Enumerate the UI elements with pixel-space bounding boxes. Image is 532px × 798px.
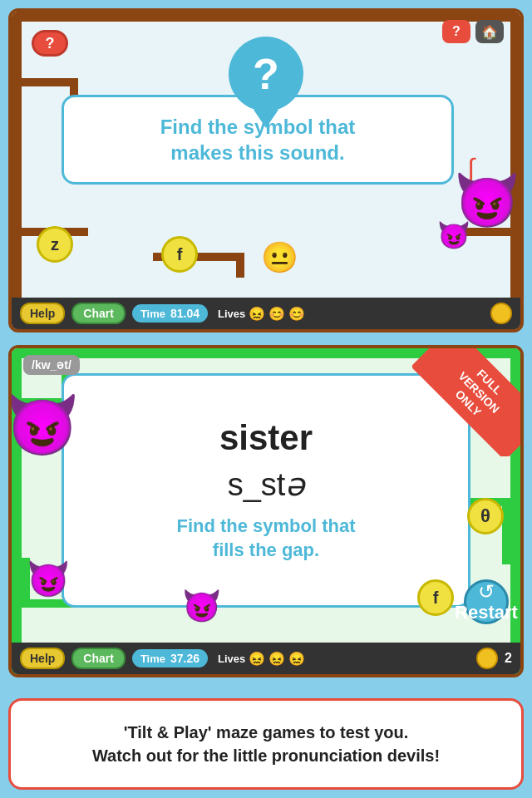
word-display: sister (219, 418, 313, 458)
maze-line (22, 78, 71, 86)
maze-line (236, 253, 244, 278)
bottom-lives-label: Lives (218, 653, 245, 665)
bottom-time-value: 37.26 (170, 652, 200, 665)
devil-top-right: 😈 (454, 170, 520, 232)
theta-token-label: θ (480, 505, 490, 527)
top-chart-button[interactable]: Chart (71, 303, 126, 324)
devil-icon-top-right: 😈 (454, 170, 520, 230)
bottom-life-icon-2: 😖 (268, 651, 285, 667)
token-z[interactable]: z (37, 226, 73, 263)
top-help-button[interactable]: Help (20, 303, 65, 324)
gmaze-line (502, 498, 510, 564)
bottom-panel-inner: /kw_ət/ FULL VERSION ONLY sister s_stə F… (12, 348, 520, 674)
top-lives-display: Lives 😖 😊 😊 (218, 306, 305, 322)
bottom-instruction-text: Find the symbol that fills the gap. (176, 515, 355, 562)
top-panel-inner: ? 🏠 ? ? Find the symbol that makes this … (12, 12, 520, 329)
bubble-question-mark: ? (253, 49, 279, 99)
bottom-coin-area: 2 (476, 648, 512, 669)
phonetic-display: s_stə (228, 466, 305, 503)
devil-bottom-center: 😈 (182, 588, 221, 624)
top-info-button[interactable]: ? (442, 20, 470, 43)
bottom-coin-count: 2 (505, 651, 512, 666)
top-lives-label: Lives (218, 308, 245, 320)
help-question-icon: ? (46, 35, 55, 52)
phonetic-tag: /kw_ət/ (23, 355, 80, 375)
top-header-icons: ? 🏠 (442, 20, 504, 43)
bottom-chart-button[interactable]: Chart (71, 648, 126, 669)
home-icon: 🏠 (481, 24, 498, 40)
token-z-label: z (51, 235, 59, 254)
top-time-display: Time 81.04 (132, 304, 208, 323)
devil-bottom-left-small: 😈 (27, 559, 70, 599)
main-content-box: sister s_stə Find the symbol that fills … (62, 373, 470, 608)
life-icon-3: 😊 (288, 306, 305, 322)
restart-icon: ↺ (478, 582, 495, 602)
bottom-lives-display: Lives 😖 😖 😖 (218, 651, 305, 667)
maze-border-left (12, 12, 22, 329)
life-icon-2: 😊 (268, 306, 285, 322)
bottom-time-label: Time (140, 653, 165, 665)
devil-bottom-left-large: 😈 (8, 390, 80, 461)
devil-icon-large-left: 😈 (8, 392, 80, 458)
caption-text: 'Tilt & Play' maze games to test you. Wa… (92, 721, 440, 767)
f-token-label: f (433, 589, 439, 608)
full-version-banner: FULL VERSION ONLY (412, 348, 520, 456)
theta-token[interactable]: θ (467, 498, 504, 534)
caption-box: 'Tilt & Play' maze games to test you. Wa… (8, 698, 524, 790)
bottom-life-icon-3: 😖 (288, 651, 305, 667)
top-time-value: 81.04 (170, 307, 200, 320)
top-panel: ? 🏠 ? ? Find the symbol that makes this … (8, 8, 524, 332)
restart-label: Restart (455, 603, 518, 622)
full-version-text: FULL VERSION ONLY (412, 348, 520, 456)
bottom-coin-icon (476, 648, 498, 669)
bottom-help-button[interactable]: Help (20, 648, 65, 669)
bottom-bottom-bar: Help Chart Time 37.26 Lives 😖 😖 😖 2 (12, 643, 520, 674)
life-icon-1: 😖 (249, 306, 265, 322)
token-f-top[interactable]: f (161, 236, 198, 273)
f-token-bottom[interactable]: f (417, 579, 454, 616)
devil-icon-center: 😈 (182, 589, 221, 623)
token-emoji-top: 😐 (261, 240, 298, 275)
bottom-life-icon-1: 😖 (249, 651, 265, 667)
question-bubble: ? (229, 37, 303, 111)
caption-line2: Watch out for the little pronunciation d… (92, 746, 440, 765)
bottom-time-display: Time 37.26 (132, 649, 208, 667)
bottom-panel: /kw_ət/ FULL VERSION ONLY sister s_stə F… (8, 345, 524, 677)
top-time-label: Time (140, 308, 165, 320)
top-bottom-bar: Help Chart Time 81.04 Lives 😖 😊 😊 (12, 298, 520, 329)
phonetic-tag-text: /kw_ət/ (32, 358, 71, 372)
restart-button[interactable]: ↺ Restart (464, 579, 509, 624)
top-help-corner-button[interactable]: ? (32, 30, 68, 57)
top-coin-icon (490, 303, 512, 324)
caption-line1: 'Tilt & Play' maze games to test you. (124, 723, 409, 741)
devil-icon-small-left: 😈 (27, 559, 70, 598)
question-icon: ? (452, 24, 461, 39)
top-home-button[interactable]: 🏠 (475, 20, 504, 43)
token-f-label: f (177, 245, 183, 264)
top-coin-area (490, 303, 512, 324)
